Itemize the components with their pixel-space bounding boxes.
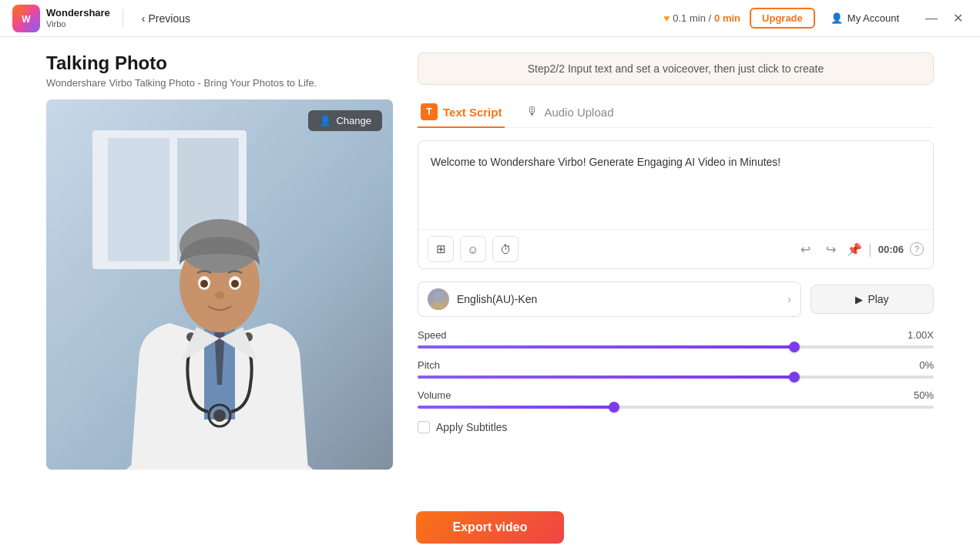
svg-point-21 <box>429 302 448 310</box>
play-label: Play <box>868 293 888 305</box>
svg-text:W: W <box>22 14 31 25</box>
brand-sub: Virbo <box>46 19 110 29</box>
export-button[interactable]: Export video <box>416 511 565 544</box>
volume-value: 50% <box>914 389 934 401</box>
play-icon: ▶ <box>855 294 863 305</box>
svg-point-15 <box>215 291 224 299</box>
account-button[interactable]: 👤 My Account <box>824 9 905 27</box>
script-time: 00:06 <box>878 244 904 255</box>
logo-area: W Wondershare Virbo <box>12 5 110 32</box>
voice-avatar <box>428 288 449 310</box>
pitch-slider[interactable] <box>418 376 934 379</box>
orange-time: 0 min <box>714 12 740 24</box>
svg-rect-4 <box>108 138 169 261</box>
pitch-label: Pitch <box>418 359 440 371</box>
svg-point-14 <box>231 280 239 288</box>
logo-icon: W <box>12 5 40 32</box>
speed-thumb[interactable] <box>789 342 800 352</box>
header-right: ♥ 0.1 min / 0 min Upgrade 👤 My Account —… <box>664 8 968 29</box>
subtitles-row: Apply Subtitles <box>418 421 934 433</box>
voice-name: English(AU)-Ken <box>457 293 780 305</box>
tab-text-script-label: Text Script <box>443 106 502 119</box>
person-icon: 👤 <box>319 115 331 126</box>
header: W Wondershare Virbo ‹ Previous ♥ 0.1 min… <box>0 0 980 37</box>
speed-fill <box>418 345 794 349</box>
page-subtitle: Wondershare Virbo Talking Photo - Bring … <box>46 77 393 89</box>
tab-text-script[interactable]: T Text Script <box>418 97 505 128</box>
play-button[interactable]: ▶ Play <box>811 285 934 314</box>
brand-name: Wondershare <box>46 8 110 19</box>
photo-placeholder <box>46 99 393 470</box>
tabs: T Text Script 🎙 Audio Upload <box>418 97 934 128</box>
speed-slider[interactable] <box>418 345 934 349</box>
svg-point-20 <box>433 291 444 302</box>
left-panel: Talking Photo Wondershare Virbo Talking … <box>46 52 393 506</box>
text-script-icon: T <box>421 103 438 120</box>
volume-header: Volume 50% <box>418 389 934 401</box>
upgrade-button[interactable]: Upgrade <box>750 8 815 29</box>
timer-icon: ⏱ <box>500 243 512 256</box>
svg-point-13 <box>200 280 208 288</box>
subtitles-label: Apply Subtitles <box>436 421 508 433</box>
time-label: 0.1 min / <box>673 12 711 24</box>
right-panel: Step2/2 Input text and set a voiceover, … <box>418 52 934 506</box>
minimize-button[interactable]: — <box>921 9 942 27</box>
volume-thumb[interactable] <box>609 402 619 413</box>
toolbar-divider: | <box>868 241 872 258</box>
undo-button[interactable]: ↩ <box>796 239 815 260</box>
step-banner: Step2/2 Input text and set a voiceover, … <box>418 52 934 85</box>
speed-value: 1.00X <box>908 329 934 341</box>
insert-icon: ⊞ <box>436 242 446 256</box>
volume-label: Volume <box>418 389 451 401</box>
volume-fill <box>418 406 614 409</box>
slider-section: Speed 1.00X Pitch 0% <box>418 329 934 409</box>
pitch-thumb[interactable] <box>789 372 800 382</box>
previous-button[interactable]: ‹ Previous <box>136 9 196 28</box>
photo-container: 👤 Change <box>46 99 393 470</box>
script-textarea[interactable] <box>418 141 933 226</box>
heart-icon: ♥ <box>664 12 670 24</box>
step-banner-text: Step2/2 Input text and set a voiceover, … <box>528 62 824 75</box>
pitch-slider-row: Pitch 0% <box>418 359 934 379</box>
toolbar-right: ↩ ↪ 📌 | 00:06 ? <box>796 239 924 260</box>
speed-label: Speed <box>418 329 447 341</box>
footer: Export video <box>0 506 980 549</box>
help-icon[interactable]: ? <box>910 242 924 256</box>
pitch-header: Pitch 0% <box>418 359 934 371</box>
volume-slider-row: Volume 50% <box>418 389 934 409</box>
script-container: ⊞ ☺ ⏱ ↩ ↪ 📌 | 00:06 ? <box>418 140 934 269</box>
speed-header: Speed 1.00X <box>418 329 934 341</box>
window-controls: — ✕ <box>921 9 968 27</box>
change-label: Change <box>336 115 371 126</box>
volume-slider[interactable] <box>418 406 934 409</box>
timer-button[interactable]: ⏱ <box>492 236 519 262</box>
speed-slider-row: Speed 1.00X <box>418 329 934 349</box>
insert-button[interactable]: ⊞ <box>428 236 454 262</box>
pitch-value: 0% <box>919 359 934 371</box>
prev-label: Previous <box>149 12 190 25</box>
change-button[interactable]: 👤 Change <box>308 110 382 131</box>
main-content: Talking Photo Wondershare Virbo Talking … <box>0 37 980 506</box>
pitch-fill <box>418 376 794 379</box>
page-title: Talking Photo <box>46 52 393 74</box>
logo-text: Wondershare Virbo <box>46 8 110 28</box>
header-divider <box>123 9 123 28</box>
time-display: ♥ 0.1 min / 0 min <box>664 12 741 24</box>
account-label: My Account <box>847 12 899 24</box>
microphone-icon: 🎙 <box>526 105 539 119</box>
svg-point-17 <box>213 409 226 422</box>
close-button[interactable]: ✕ <box>948 9 968 27</box>
account-icon: 👤 <box>831 12 843 24</box>
redo-button[interactable]: ↪ <box>821 239 841 260</box>
script-toolbar: ⊞ ☺ ⏱ ↩ ↪ 📌 | 00:06 ? <box>418 229 933 268</box>
voice-selector[interactable]: English(AU)-Ken › <box>418 281 801 317</box>
tab-audio-upload-label: Audio Upload <box>544 106 613 119</box>
subtitles-checkbox[interactable] <box>418 421 430 433</box>
voice-row: English(AU)-Ken › ▶ Play <box>418 281 934 317</box>
tab-audio-upload[interactable]: 🎙 Audio Upload <box>523 97 616 128</box>
chevron-right-icon: › <box>787 293 791 305</box>
emoji-button[interactable]: ☺ <box>460 236 486 262</box>
chevron-left-icon: ‹ <box>142 12 146 25</box>
pin-icon: 📌 <box>847 242 862 257</box>
doctor-svg <box>46 99 393 470</box>
